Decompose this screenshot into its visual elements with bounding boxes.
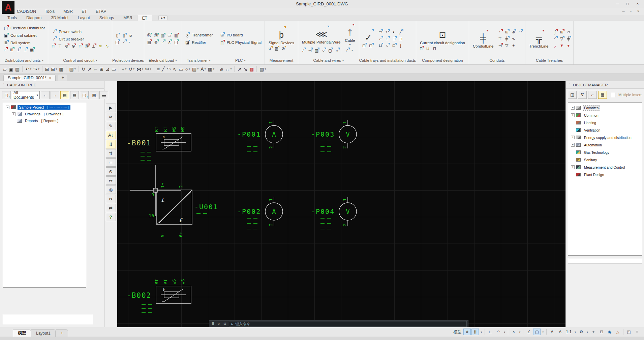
meter-p002-terminal-2[interactable]: 2 [268,223,273,226]
rotate-button[interactable]: ↺▾ [127,65,135,73]
ribbon-group-label[interactable]: Electrical Load▾ [144,57,181,64]
ribbon-tab-tools[interactable]: Tools [3,15,22,21]
plc-physical-signal-button[interactable]: ∏PLC Physical Signal [218,39,263,46]
new-layout-tab-button[interactable]: + [56,329,68,337]
workspace-caret[interactable]: ▾ [586,329,589,335]
converter-u001-terminal-10[interactable]: 10 [149,213,154,218]
tree-item-drawings[interactable]: +Drawings[ Drawings ] [3,111,86,117]
ribbon-collapse-button[interactable]: ▴ ▾ [158,15,167,20]
ribbon-group-label[interactable]: PLC▾ [216,57,265,64]
snap-toggle[interactable]: ⣿ [471,329,479,335]
sensor-b001-characteristic[interactable] [162,137,183,149]
motor-protection-button[interactable]: ⊚ [64,44,69,49]
converter-u001-signal-symbol-bottom[interactable]: £ [179,217,183,224]
connection-point-button[interactable]: ⊣ [307,48,313,53]
tree-item-sample-project[interactable]: −Sample Project[ --- - --- - --- ] [3,105,86,110]
nav-forward-button[interactable]: → [51,91,59,99]
meter-p001-terminal-2[interactable]: 2 [268,146,273,149]
document-tab[interactable]: Sample_CIRD_0001*× [3,74,56,81]
align-button[interactable]: ⊢ [92,65,98,73]
duct-ring-button[interactable]: ○ [384,43,390,49]
trim-button[interactable]: ✂▾ [144,65,152,73]
tab-close-icon[interactable]: × [49,76,51,80]
duct-tee-button[interactable]: ⊔ [377,43,383,49]
sort-alpha-button[interactable]: A↓ [106,131,116,139]
plot-preview-button[interactable]: ⊿ [104,65,111,73]
redo-button[interactable]: ↷▾ [32,65,40,73]
converter-u001-terminal-2minus[interactable]: 2- [178,182,183,188]
om-catalog-edit-button[interactable]: ⌐ [588,91,597,99]
sensor-b001-terminal-label[interactable]: RT [154,126,159,132]
help-button[interactable]: ? [106,213,116,221]
sensor-b002-terminal-label[interactable]: WS [180,279,185,284]
trench-ball-button[interactable]: ● [565,43,571,49]
ribbon-tab-msr[interactable]: MSR [119,15,137,21]
conduit-elbow-button[interactable]: ◜ [497,29,503,35]
power-switch-button[interactable]: ∕Power switch [50,29,83,35]
new-document-tab-button[interactable]: + [58,75,67,81]
ribbon-tab-diagram[interactable]: Diagram [22,15,46,21]
meter-p004-designation[interactable]: -P004 [311,207,335,216]
viewport-frame-button[interactable]: ▭ [111,65,117,73]
ribbon-tab-et[interactable]: ET [137,15,152,21]
view-details-button[interactable]: ▤ [70,91,79,99]
conduit-saddle-button[interactable]: ▽ [504,43,510,49]
run-button[interactable]: ▶ [106,104,116,112]
heater-button[interactable]: ▤ [146,39,152,45]
tray-fitting-button[interactable]: ⊟ [368,43,374,49]
distribution-bridge-button[interactable]: ⊥ [91,44,96,49]
new-viewport-button[interactable]: ⊞ [44,65,50,73]
antenna-button[interactable]: ∧ [166,39,172,45]
new-document-button[interactable]: ▢+ [2,91,11,99]
cadison-tree-header[interactable]: ⋮ CADISON TREE [0,81,104,89]
overlap-button[interactable]: ◎ [106,186,116,194]
lamp-button[interactable]: ⊗ [153,39,159,45]
om-item-energy-supply[interactable]: +Energy supply and distribution [568,135,642,140]
object-manager-header[interactable]: ⋮ OBJECTMANAGER [566,81,644,89]
mounting-plate-button[interactable]: ▦ [29,47,35,53]
trench-cross-button[interactable]: ╪ [565,36,571,42]
geolocation-button[interactable]: ◉ [606,329,613,335]
annotation-scale-caret[interactable]: ▾ [574,329,577,335]
dock-customize-icon[interactable]: ⚙ [222,322,228,326]
sheet-set-button[interactable]: ⊟▾ [50,65,58,73]
signal-indicator-button[interactable]: ⊘ [280,46,286,52]
sensor-b001-temp-symbol[interactable]: ϑ [163,136,164,139]
ribbon-tab-layout[interactable]: Layout [73,15,95,21]
menu-item-cadison[interactable]: CADISON [17,9,36,14]
meter-p002-letter[interactable]: A [272,208,276,215]
snap-grid-button[interactable]: ⊞ [98,65,104,73]
isodraft-toggle[interactable]: × [510,329,517,335]
multiple-potential-wire-button[interactable]: ⋘Multiple Potential/Wire [300,26,342,44]
om-item-heating[interactable]: Heating [568,120,642,125]
line-button[interactable]: ╱ [161,65,165,73]
duct-sphere-button[interactable]: ◐ [391,29,397,35]
sort-up-button[interactable]: ⇈ [106,149,116,158]
om-item-automation[interactable]: +Automation [568,142,642,147]
selection-cycling-button[interactable]: ⊡ [598,329,605,335]
child-minimize-button[interactable]: ─ [620,8,627,14]
snap-caret[interactable]: ▾ [480,329,483,335]
meter-p004-terminal-2[interactable]: 2 [342,223,347,226]
polar-caret[interactable]: ▾ [503,329,506,335]
insert-image-button[interactable]: ▧▾ [68,65,76,73]
converter-u001-designation[interactable]: -U001 [194,203,218,211]
varistor-button[interactable]: ⌀ [128,33,133,38]
ribbon-tab-3d-model[interactable]: 3D Model [46,15,73,21]
add-list-button[interactable]: ▤+ [90,91,98,99]
child-close-button[interactable]: × [635,8,642,14]
sensor-b002-temp-symbol[interactable]: ϑ [163,288,164,291]
maximize-button[interactable]: □ [622,0,633,7]
conduit-arc-button[interactable]: ◠ [517,29,523,35]
meter-p003-terminal-1[interactable]: 1 [342,121,347,124]
nav-back-button[interactable]: ← [41,91,50,99]
reactor-button[interactable]: ▭ [166,33,172,38]
polyline-button[interactable]: ∿ [172,65,178,73]
contactor-button[interactable]: ⊓ [77,44,83,49]
annotation-visibility-toggle[interactable]: Λ [548,329,556,335]
earth-bar-button[interactable]: ⊥ [16,47,21,53]
tree-expander[interactable]: + [571,113,575,117]
converter-u001-grip[interactable] [153,188,157,192]
om-layout-button[interactable]: ◫ [568,91,577,99]
fuse-holder-button[interactable]: ▯ [114,33,120,38]
